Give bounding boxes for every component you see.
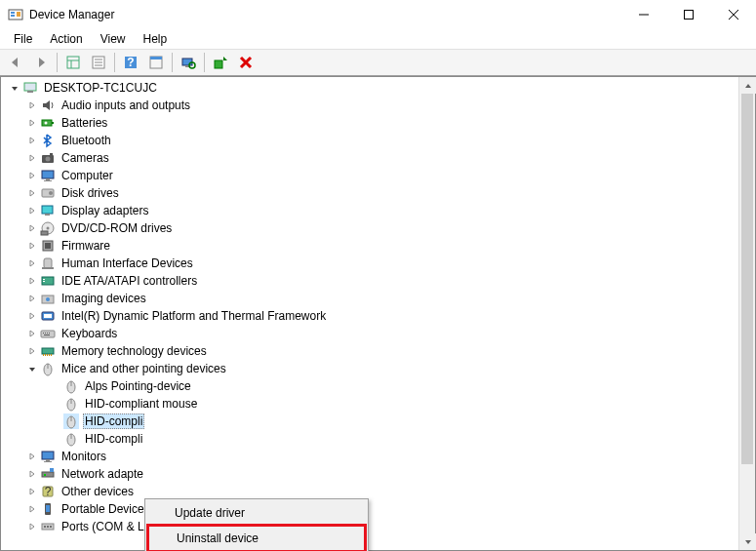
expander-icon[interactable] [26, 363, 38, 374]
tree-device[interactable]: HID-compli [5, 430, 738, 448]
expander-icon[interactable] [26, 328, 38, 339]
expander-icon[interactable] [26, 257, 38, 269]
menu-view[interactable]: View [93, 30, 134, 48]
spacer [50, 380, 61, 392]
minimize-button[interactable] [621, 0, 666, 29]
update-driver-button[interactable] [209, 51, 232, 74]
category-icon [40, 220, 56, 236]
tree-category[interactable]: Batteries [5, 114, 738, 132]
vertical-scrollbar[interactable] [738, 77, 755, 550]
tree-category[interactable]: ? Other devices [5, 483, 738, 500]
close-button[interactable] [711, 0, 756, 29]
expander-icon[interactable] [26, 222, 38, 234]
context-update-driver[interactable]: Update driver [147, 501, 366, 525]
expander-icon[interactable] [26, 240, 38, 252]
expander-icon[interactable] [26, 187, 38, 199]
svg-text:?: ? [127, 56, 134, 69]
tree-category[interactable]: DVD/CD-ROM drives [5, 219, 738, 237]
root-label: DESKTOP-TC1CUJC [42, 81, 159, 95]
menu-action[interactable]: Action [42, 30, 90, 48]
mouse-icon [63, 431, 79, 447]
tree-category[interactable]: Keyboards [5, 325, 738, 342]
tree-category[interactable]: Disk drives [5, 184, 738, 202]
expander-icon[interactable] [26, 451, 38, 462]
svg-rect-46 [43, 279, 45, 280]
svg-text:?: ? [45, 485, 52, 498]
expander-icon[interactable] [26, 152, 38, 164]
tree-device[interactable]: HID-compliant mouse [5, 395, 738, 413]
expander-icon[interactable] [26, 99, 38, 111]
tree-category[interactable]: Bluetooth [5, 132, 738, 149]
properties-button[interactable] [87, 51, 110, 74]
category-label: Display adapters [60, 204, 150, 217]
expander-icon[interactable] [26, 345, 38, 357]
expander-icon[interactable] [26, 135, 38, 146]
tree-root[interactable]: DESKTOP-TC1CUJC [5, 79, 738, 97]
svg-rect-22 [215, 60, 222, 68]
window-title: Device Manager [29, 8, 621, 21]
svg-rect-58 [42, 348, 54, 354]
tree-category[interactable]: Mice and other pointing devices [5, 360, 738, 377]
uninstall-button[interactable] [234, 51, 258, 74]
tree-category[interactable]: Cameras [5, 149, 738, 167]
context-uninstall-device[interactable]: Uninstall device [149, 527, 364, 550]
expander-icon[interactable] [26, 117, 38, 129]
expander-icon[interactable] [26, 486, 38, 497]
scroll-thumb[interactable] [741, 94, 753, 464]
category-icon [40, 466, 56, 482]
tree-category[interactable]: Audio inputs and outputs [5, 97, 738, 114]
svg-rect-1 [11, 12, 15, 14]
scan-hardware-button[interactable] [177, 51, 200, 74]
menu-bar: File Action View Help [0, 29, 756, 49]
tree-category[interactable]: Monitors [5, 448, 738, 465]
expander-icon[interactable] [26, 468, 38, 480]
svg-rect-24 [27, 91, 33, 93]
category-label: Network adapte [60, 467, 145, 481]
context-menu: Update driver Uninstall device Scan for … [144, 498, 369, 551]
expander-icon[interactable] [26, 310, 38, 322]
help-button[interactable]: ? [119, 51, 142, 74]
tree-category[interactable]: Imaging devices [5, 290, 738, 307]
category-icon [40, 308, 56, 324]
svg-rect-75 [46, 459, 50, 461]
tree-category[interactable]: Firmware [5, 237, 738, 255]
forward-button[interactable] [29, 51, 53, 74]
back-button[interactable] [4, 51, 27, 74]
expander-icon[interactable] [26, 275, 38, 287]
tree-category[interactable]: IDE ATA/ATAPI controllers [5, 272, 738, 290]
expander-icon[interactable] [9, 82, 20, 94]
action-button[interactable] [144, 51, 168, 74]
svg-rect-59 [43, 354, 44, 356]
category-icon [40, 326, 56, 341]
tree-category[interactable]: Display adapters [5, 202, 738, 219]
device-label: HID-compli [83, 413, 144, 429]
tree-category[interactable]: Intel(R) Dynamic Platform and Thermal Fr… [5, 307, 738, 325]
menu-file[interactable]: File [6, 30, 40, 48]
tree-category[interactable]: Memory technology devices [5, 342, 738, 360]
scroll-up-button[interactable] [739, 77, 756, 94]
svg-rect-2 [11, 15, 15, 17]
expander-icon[interactable] [26, 205, 38, 216]
tree-category[interactable]: Portable Device [5, 500, 738, 518]
category-icon [40, 168, 56, 183]
category-icon [40, 256, 56, 271]
category-label: DVD/CD-ROM drives [60, 221, 174, 235]
tree-category[interactable]: Network adapte [5, 465, 738, 483]
tree-device[interactable]: HID-compli [5, 413, 738, 430]
scroll-down-button[interactable] [739, 533, 756, 550]
category-label: Audio inputs and outputs [60, 98, 192, 112]
maximize-button[interactable] [666, 0, 711, 29]
expander-icon[interactable] [26, 521, 38, 532]
device-tree[interactable]: DESKTOP-TC1CUJC Audio inputs and outputs… [1, 77, 738, 550]
tree-category[interactable]: Ports (COM & LPT) [5, 518, 738, 535]
expander-icon[interactable] [26, 503, 38, 515]
expander-icon[interactable] [26, 170, 38, 181]
tree-category[interactable]: Computer [5, 167, 738, 184]
tree-device[interactable]: Alps Pointing-device [5, 377, 738, 395]
expander-icon[interactable] [26, 293, 38, 304]
tree-category[interactable]: Human Interface Devices [5, 255, 738, 272]
category-icon [40, 291, 56, 306]
window-controls [621, 0, 756, 29]
show-hide-tree-button[interactable] [61, 51, 85, 74]
menu-help[interactable]: Help [136, 30, 176, 48]
